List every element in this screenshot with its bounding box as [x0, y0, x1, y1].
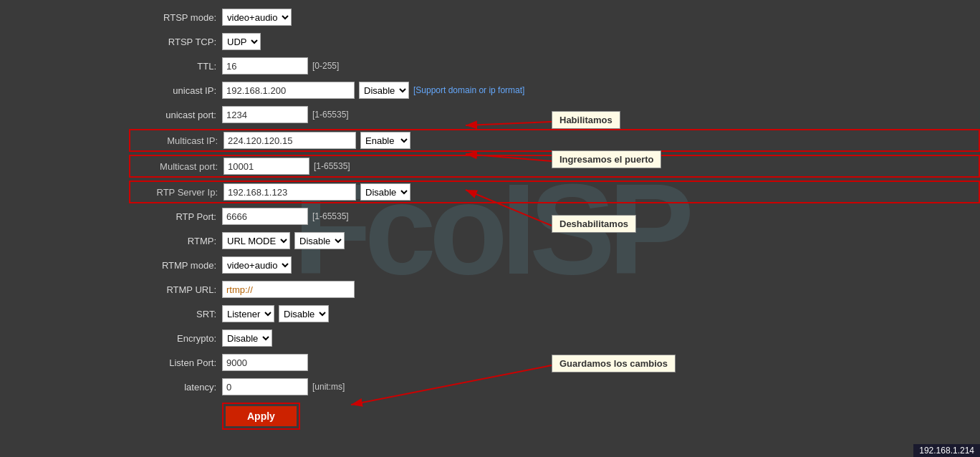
rtsp-mode-label: RTSP mode: — [129, 12, 222, 23]
encrypto-label: Encrypto: — [129, 333, 222, 344]
rtp-port-input[interactable]: 6666 — [222, 208, 308, 225]
unicast-port-hint: [1-65535] — [312, 110, 349, 120]
callout-deshabilitamos: Deshabilitamos — [552, 215, 636, 233]
status-bar: 192.168.1.214 — [913, 444, 980, 457]
status-ip: 192.168.1.214 — [919, 446, 974, 456]
encrypto-control: Disable Enable — [222, 329, 272, 347]
ttl-hint: [0-255] — [312, 61, 339, 71]
unicast-port-label: unicast port: — [129, 110, 222, 120]
rtmp-url-row: RTMP URL: rtmp:// — [129, 279, 980, 299]
rtmp-mode-select[interactable]: video+audio — [222, 256, 292, 274]
rtmp-control: URL MODE Disable Enable — [222, 232, 345, 249]
latency-row: latency: 0 [unit:ms] — [129, 377, 980, 397]
unicast-ip-hint: [Support domain or ip format] — [413, 85, 524, 95]
listen-port-control: 9000 — [222, 354, 308, 371]
ttl-label: TTL: — [129, 61, 222, 72]
listen-port-input[interactable]: 9000 — [222, 354, 308, 371]
latency-input[interactable]: 0 — [222, 378, 308, 395]
rtp-server-select[interactable]: Disable Enable — [360, 183, 410, 201]
ttl-control: 16 [0-255] — [222, 57, 339, 74]
rtmp-url-control: rtmp:// — [222, 281, 355, 298]
multicast-port-control: 10001 [1-65535] — [224, 158, 350, 175]
rtp-server-ip-label: RTP Server Ip: — [130, 187, 224, 198]
multicast-ip-select[interactable]: Enable Disable — [360, 132, 410, 149]
rtsp-tcp-control: UDP — [222, 33, 261, 50]
multicast-ip-label: Multicast IP: — [130, 135, 224, 146]
apply-btn-wrapper: Apply — [222, 403, 300, 430]
rtsp-mode-select[interactable]: video+audio — [222, 9, 292, 26]
multicast-port-label: Multicast port: — [130, 161, 224, 172]
multicast-port-hint: [1-65535] — [314, 161, 350, 171]
rtp-port-hint: [1-65535] — [312, 211, 349, 221]
unicast-ip-row: unicast IP: 192.168.1.200 Disable Enable… — [129, 80, 980, 100]
rtsp-tcp-label: RTSP TCP: — [129, 37, 222, 47]
rtmp-mode-control: video+audio — [222, 256, 292, 274]
rtmp-row: RTMP: URL MODE Disable Enable — [129, 231, 980, 251]
rtmp-select1[interactable]: URL MODE — [222, 232, 290, 249]
rtmp-mode-label: RTMP mode: — [129, 260, 222, 271]
unicast-port-input[interactable]: 1234 — [222, 106, 308, 123]
rtmp-select2[interactable]: Disable Enable — [294, 232, 345, 249]
srt-row: SRT: Listener Disable Enable — [129, 304, 980, 324]
unicast-ip-control: 192.168.1.200 Disable Enable [Support do… — [222, 82, 524, 99]
rtsp-mode-control: video+audio — [222, 9, 292, 26]
rtp-server-ip-row: RTP Server Ip: 192.168.1.123 Disable Ena… — [129, 181, 980, 203]
multicast-ip-control: 224.120.120.15 Enable Disable — [224, 132, 410, 149]
srt-select2[interactable]: Disable Enable — [279, 305, 329, 322]
srt-select1[interactable]: Listener — [222, 305, 274, 322]
multicast-ip-input[interactable]: 224.120.120.15 — [224, 132, 356, 149]
callout-guardamos: Guardamos los cambios — [552, 355, 676, 372]
srt-control: Listener Disable Enable — [222, 305, 329, 322]
rtsp-mode-row: RTSP mode: video+audio — [129, 7, 980, 27]
latency-hint: [unit:ms] — [312, 382, 345, 392]
srt-label: SRT: — [129, 309, 222, 319]
ttl-row: TTL: 16 [0-255] — [129, 56, 980, 76]
listen-port-label: Listen Port: — [129, 357, 222, 368]
unicast-ip-select[interactable]: Disable Enable — [359, 82, 409, 99]
callout-habilitamos: Habilitamos — [552, 111, 620, 129]
rtmp-url-label: RTMP URL: — [129, 284, 222, 295]
rtmp-mode-row: RTMP mode: video+audio — [129, 255, 980, 275]
rtp-port-label: RTP Port: — [129, 211, 222, 222]
rtsp-tcp-select[interactable]: UDP — [222, 33, 261, 50]
unicast-port-control: 1234 [1-65535] — [222, 106, 349, 123]
multicast-port-input[interactable]: 10001 — [224, 158, 309, 175]
latency-label: latency: — [129, 382, 222, 393]
rtmp-url-input[interactable]: rtmp:// — [222, 281, 355, 298]
unicast-ip-input[interactable]: 192.168.1.200 — [222, 82, 355, 99]
rtp-port-control: 6666 [1-65535] — [222, 208, 349, 225]
ttl-input[interactable]: 16 — [222, 57, 308, 74]
apply-row: Apply — [129, 401, 980, 430]
rtp-server-ip-input[interactable]: 192.168.1.123 — [224, 183, 356, 201]
multicast-ip-row: Multicast IP: 224.120.120.15 Enable Disa… — [129, 129, 980, 152]
encrypto-row: Encrypto: Disable Enable — [129, 328, 980, 348]
callout-ingresamos: Ingresamos el puerto — [552, 150, 661, 168]
unicast-ip-label: unicast IP: — [129, 85, 222, 96]
form-container: RTSP mode: video+audio RTSP TCP: UDP TTL… — [0, 0, 980, 430]
latency-control: 0 [unit:ms] — [222, 378, 345, 395]
encrypto-select[interactable]: Disable Enable — [222, 329, 272, 347]
rtp-server-ip-control: 192.168.1.123 Disable Enable — [224, 183, 410, 201]
apply-button[interactable]: Apply — [226, 406, 297, 426]
rtmp-label: RTMP: — [129, 236, 222, 246]
rtsp-tcp-row: RTSP TCP: UDP — [129, 32, 980, 52]
